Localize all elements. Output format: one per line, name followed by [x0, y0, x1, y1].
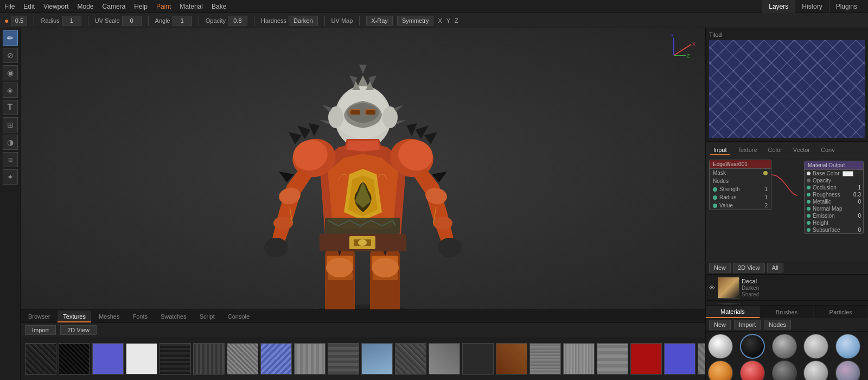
layer-item-0[interactable]: 👁 Decal Darken Shared [706, 275, 868, 301]
fill-tool-btn[interactable]: ◉ [3, 65, 18, 80]
viewport-3d[interactable]: X Y Z [21, 28, 705, 309]
texture-thumb-0[interactable] [25, 343, 56, 375]
tab-console[interactable]: Console [222, 311, 255, 322]
tab-brushes[interactable]: Brushes [760, 306, 814, 318]
tab-script[interactable]: Script [194, 311, 220, 322]
texture-thumb-4[interactable] [159, 343, 191, 375]
material-output-node[interactable]: Material Output Base Color Opacity Occlu… [804, 161, 864, 234]
texture-thumb-3[interactable] [126, 343, 157, 375]
material-item-2[interactable] [772, 334, 797, 359]
texture-thumb-14[interactable] [496, 343, 527, 375]
selection-tool-btn[interactable]: ◈ [3, 83, 18, 98]
new-material-btn[interactable]: New [709, 320, 731, 330]
material-item-7[interactable] [772, 360, 797, 380]
menu-camera[interactable]: Camera [103, 3, 126, 10]
tab-browser[interactable]: Browser [23, 311, 55, 322]
node-strength-row: Strength 1 [710, 185, 771, 193]
texture-thumb-9[interactable] [328, 343, 359, 375]
layer-eye-0[interactable]: 👁 [708, 284, 716, 292]
new-layer-btn[interactable]: New [709, 263, 731, 273]
symmetry-btn[interactable]: Symmetry [397, 16, 434, 26]
paint-tool-btn[interactable]: ✏ [3, 30, 18, 46]
texture-thumb-1[interactable] [59, 343, 90, 375]
texture-thumb-10[interactable] [361, 343, 393, 375]
menu-file[interactable]: File [4, 3, 15, 10]
menu-viewport[interactable]: Viewport [43, 3, 68, 10]
2dview-btn[interactable]: 2D View [60, 325, 97, 335]
menu-help[interactable]: Help [134, 3, 148, 10]
material-item-6[interactable] [740, 360, 765, 380]
edgewear-node[interactable]: EdgeWear001 Mask Nodes Strength 1 [709, 160, 771, 210]
import-btn[interactable]: Import [25, 325, 56, 335]
texture-preview-img[interactable] [709, 40, 865, 138]
material-item-1[interactable] [740, 334, 765, 359]
node-tab-color[interactable]: Color [765, 145, 786, 155]
uvscale-input[interactable] [122, 16, 142, 26]
texture-thumb-18[interactable] [630, 343, 662, 375]
decal-tool-btn[interactable]: ⊟ [3, 152, 18, 167]
menu-mode[interactable]: Mode [78, 3, 94, 10]
texture-thumb-19[interactable] [664, 343, 695, 375]
texture-thumb-16[interactable] [563, 343, 595, 375]
radius-input[interactable] [62, 16, 81, 26]
tab-history[interactable]: History [795, 0, 828, 13]
material-item-0[interactable] [708, 334, 733, 359]
tab-swatches[interactable]: Swatches [155, 311, 192, 322]
tab-meshes[interactable]: Meshes [93, 311, 125, 322]
tab-particles[interactable]: Particles [814, 306, 868, 318]
node-tab-input[interactable]: Input [710, 145, 730, 155]
texture-thumb-15[interactable] [529, 343, 561, 375]
particle-tool-btn[interactable]: ✦ [3, 169, 18, 185]
tab-layers[interactable]: Layers [762, 0, 795, 13]
texture-thumb-17[interactable] [597, 343, 628, 375]
metallic-row: Metallic 0 [805, 198, 863, 205]
bottom-tabs: Browser Textures Meshes Fonts Swatches S… [21, 310, 705, 323]
menu-bake[interactable]: Bake [212, 3, 226, 10]
toolbar: ● Radius UV Scale Angle Opacity Hardness… [0, 13, 868, 28]
material-item-4[interactable] [835, 334, 860, 359]
node-tab-conv[interactable]: Conv [818, 145, 838, 155]
light-tool-btn[interactable]: ◑ [3, 135, 18, 150]
node-tab-vector[interactable]: Vector [790, 145, 813, 155]
all-layer-btn[interactable]: All [767, 263, 783, 273]
tab-textures[interactable]: Textures [58, 311, 91, 322]
tab-plugins[interactable]: Plugins [829, 0, 864, 13]
material-item-9[interactable] [835, 360, 860, 380]
svg-point-7 [326, 258, 353, 277]
hardness-btn[interactable]: Darken [289, 16, 317, 26]
texture-thumb-2[interactable] [92, 343, 124, 375]
menu-material[interactable]: Material [180, 3, 203, 10]
texture-thumb-6[interactable] [227, 343, 258, 375]
material-item-3[interactable] [803, 334, 828, 359]
menu-edit[interactable]: Edit [23, 3, 35, 10]
node-tab-texture[interactable]: Texture [734, 145, 760, 155]
opacity-input[interactable] [228, 16, 247, 26]
texture-thumb-13[interactable] [462, 343, 494, 375]
menu-paint[interactable]: Paint [156, 3, 171, 10]
material-item-8[interactable] [803, 360, 828, 380]
angle-input[interactable] [173, 16, 192, 26]
tab-fonts[interactable]: Fonts [127, 311, 153, 322]
texture-thumb-11[interactable] [395, 343, 426, 375]
import-material-btn[interactable]: Import [734, 320, 761, 330]
2dview-layer-btn[interactable]: 2D View [733, 263, 765, 273]
material-item-5[interactable] [708, 360, 733, 380]
texture-thumb-8[interactable] [294, 343, 326, 375]
texture-thumb-20[interactable] [698, 343, 705, 375]
size-input[interactable] [11, 16, 27, 26]
mask-dot [763, 171, 768, 175]
layer-sub-0: Shared [742, 292, 866, 297]
texture-thumb-12[interactable] [429, 343, 460, 375]
y-axis-label: Y [446, 17, 450, 24]
xray-btn[interactable]: X-Ray [366, 16, 393, 26]
strength-dot [713, 187, 717, 192]
layer-info-0: Decal Darken Shared [742, 278, 866, 297]
text-tool-btn[interactable]: T [3, 100, 18, 115]
texture-thumb-7[interactable] [260, 343, 292, 375]
texture-thumb-5[interactable] [193, 343, 225, 375]
tab-materials[interactable]: Materials [706, 306, 760, 318]
clone-tool-btn[interactable]: ⊞ [3, 117, 18, 132]
layer-item-1[interactable]: ○ Wear Mix Shared [706, 301, 868, 305]
erase-tool-btn[interactable]: ⊘ [3, 48, 18, 63]
nodes-material-btn[interactable]: Nodes [764, 320, 791, 330]
